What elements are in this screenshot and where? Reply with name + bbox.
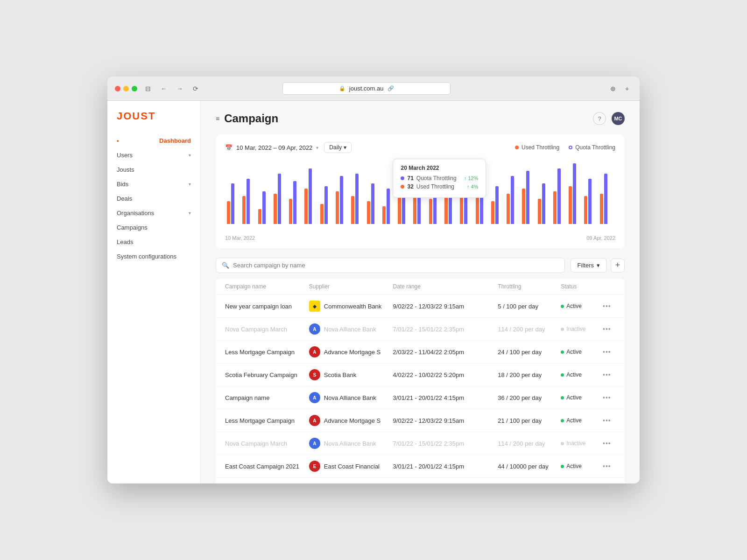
chevron-down-icon: ▾ [189, 210, 191, 216]
new-tab-icon[interactable]: + [622, 84, 632, 94]
chart-section: 📅 10 Mar, 2022 – 09 Apr, 2022 ▾ Daily ▾ [216, 134, 625, 248]
more-options-button[interactable]: ••• [603, 325, 615, 333]
supplier-logo: A [309, 323, 320, 335]
supplier-logo: A [309, 415, 320, 426]
back-icon[interactable]: ← [159, 84, 169, 94]
bar-purple [355, 174, 359, 224]
sidebar-item-campaigns[interactable]: Campaigns [107, 220, 200, 235]
supplier-name: Advance Mortgage S [324, 417, 381, 424]
bar-purple [309, 168, 312, 224]
page-header: ≡ Campaign ? MC [216, 112, 625, 125]
add-campaign-button[interactable]: + [611, 259, 625, 273]
sidebar-item-jousts[interactable]: Jousts [107, 162, 200, 177]
bar-purple [340, 176, 343, 224]
search-input[interactable] [233, 262, 559, 269]
bar-purple [278, 174, 281, 224]
forward-icon[interactable]: → [175, 84, 185, 94]
bar-purple [324, 186, 328, 224]
more-options-button[interactable]: ••• [603, 394, 615, 401]
menu-icon[interactable]: ≡ [216, 115, 219, 122]
col-date-range: Date range [393, 283, 498, 290]
sidebar-item-bids[interactable]: Bids ▾ [107, 177, 200, 191]
cell-supplier: A Advance Mortgage S [309, 415, 393, 426]
status-badge: Active [561, 349, 603, 355]
bar-group [304, 168, 318, 224]
browser-window: ⊟ ← → ⟳ 🔒 joust.com.au 🔗 ⊕ + JOUST Dashb… [107, 77, 640, 483]
search-icon: 🔍 [222, 262, 229, 269]
cell-supplier: ◆ Commonwealth Bank [309, 301, 393, 312]
bar-group [242, 179, 256, 224]
cell-campaign-name: Nova Campaign March [225, 326, 309, 333]
status-text: Active [566, 349, 582, 355]
supplier-name: Nova Alliance Bank [324, 394, 376, 401]
chevron-down-icon: ▾ [316, 145, 318, 150]
bar-orange [398, 194, 401, 224]
legend-dot-orange [515, 146, 519, 149]
tooltip-quota-value: 71 [407, 175, 413, 182]
bar-group [289, 181, 303, 224]
chevron-down-icon: ▾ [344, 144, 346, 151]
col-supplier: Supplier [309, 283, 393, 290]
status-dot [561, 419, 564, 422]
supplier-logo: A [309, 438, 320, 449]
sidebar-item-system-configurations[interactable]: System configurations [107, 249, 200, 264]
more-options-button[interactable]: ••• [603, 462, 615, 470]
sidebar-item-users[interactable]: Users ▾ [107, 148, 200, 162]
more-options-button[interactable]: ••• [603, 417, 615, 424]
download-icon[interactable]: ⊕ [608, 84, 618, 94]
bar-orange [553, 191, 557, 224]
bar-group [258, 191, 272, 224]
minimize-button[interactable] [123, 86, 129, 91]
status-badge: Active [561, 303, 603, 309]
close-button[interactable] [115, 86, 120, 91]
sidebar-item-organisations[interactable]: Organisations ▾ [107, 206, 200, 220]
bar-purple [387, 189, 390, 224]
status-text: Active [566, 417, 582, 424]
supplier-name: Scotia Bank [324, 371, 356, 378]
more-options-button[interactable]: ••• [603, 371, 615, 378]
avatar[interactable]: MC [612, 112, 625, 125]
bar-group [336, 176, 349, 224]
cell-throttling: 5 / 100 per day [498, 303, 561, 310]
bar-purple [526, 171, 529, 224]
help-icon[interactable]: ? [593, 112, 606, 125]
sidebar-item-leads[interactable]: Leads [107, 235, 200, 249]
status-dot [561, 396, 564, 399]
frequency-button[interactable]: Daily ▾ [324, 142, 352, 153]
status-badge: Inactive [561, 440, 603, 447]
bar-orange [289, 199, 292, 224]
cell-supplier: A Nova Alliance Bank [309, 392, 393, 403]
date-range-label: 10 Mar, 2022 – 09 Apr, 2022 [236, 144, 312, 151]
status-text: Inactive [566, 326, 585, 332]
sidebar-item-deals[interactable]: Deals [107, 191, 200, 206]
tooltip-used-change: ↑ 4% [467, 184, 478, 189]
address-bar[interactable]: 🔒 joust.com.au 🔗 [282, 82, 451, 95]
date-range-button[interactable]: 📅 10 Mar, 2022 – 09 Apr, 2022 ▾ [225, 144, 318, 151]
cell-supplier: A Advance Mortgage S [309, 346, 393, 357]
cell-throttling: 18 / 200 per day [498, 371, 561, 378]
page-title-row: ≡ Campaign [216, 112, 278, 125]
maximize-button[interactable] [132, 86, 137, 91]
more-options-button[interactable]: ••• [603, 348, 615, 356]
more-options-button[interactable]: ••• [603, 440, 615, 447]
tooltip-row-quota: 71 Quota Throttling ↑ 12% [401, 175, 478, 182]
supplier-name: East Coast Financial [324, 463, 380, 470]
bar-group [600, 174, 613, 224]
app-logo: JOUST [107, 110, 200, 133]
chart-end-date: 09 Apr, 2022 [586, 235, 615, 241]
legend-used-label: Used Throttling [521, 144, 559, 151]
table-row: Less Mortgage Campaign A Advance Mortgag… [216, 409, 625, 432]
reload-icon[interactable]: ⟳ [190, 84, 201, 94]
table-row: Nova Campaign March A Nova Alliance Bank… [216, 432, 625, 455]
col-campaign-name: Campaign name [225, 283, 309, 290]
supplier-name: Nova Alliance Bank [324, 326, 376, 333]
sidebar-item-dashboard[interactable]: Dashboard [107, 133, 200, 148]
tooltip-quota-label: Quota Throttling [416, 175, 457, 182]
more-options-button[interactable]: ••• [603, 302, 615, 310]
bar-orange [569, 186, 572, 224]
sidebar-toggle-icon[interactable]: ⊟ [143, 84, 153, 94]
status-dot [561, 350, 564, 354]
status-badge: Active [561, 463, 603, 469]
status-text: Active [566, 463, 582, 469]
filters-button[interactable]: Filters ▾ [571, 258, 607, 273]
